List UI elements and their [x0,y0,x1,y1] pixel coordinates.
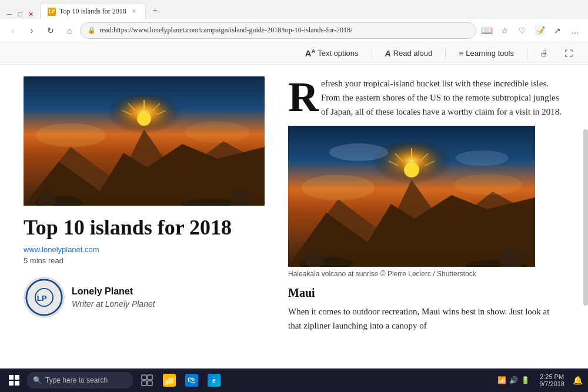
home-button[interactable]: ⌂ [61,22,78,39]
clock-time: 2:25 PM [540,373,564,380]
section-heading: Maui [288,286,564,300]
svg-point-21 [404,162,419,177]
toolbar-divider-3 [527,48,527,59]
window-controls: ─ □ ✕ [5,9,35,19]
svg-point-15 [185,122,250,143]
svg-rect-40 [148,381,152,386]
new-tab-button[interactable]: + [147,2,163,19]
maximize-button[interactable]: □ [15,9,25,19]
start-button[interactable] [2,370,26,391]
fullscreen-button[interactable]: ⛶ [559,46,579,61]
svg-rect-37 [142,375,146,380]
taskbar-notification-button[interactable]: 🔔 [569,370,586,391]
taskbar-search-icon: 🔍 [33,376,42,385]
intro-text: efresh your tropical-island bucket list … [321,76,564,119]
learning-tools-icon: ≡ [459,49,463,58]
author-section: LP Lonely Planet Writer at Lonely Planet [24,277,265,318]
tab-title: Top 10 islands for 2018 [59,7,126,16]
intro-paragraph: R efresh your tropical-island bucket lis… [288,76,564,119]
toolbar-divider-1 [372,48,372,59]
tray-volume-icon[interactable]: 🔊 [509,376,518,385]
clock-date: 9/7/2018 [539,380,564,387]
svg-point-34 [454,174,522,195]
read-aloud-icon: A [385,49,391,58]
share-button[interactable]: ↗ [549,22,566,39]
taskbar-store[interactable]: 🛍 [181,370,202,391]
win-sq-2 [15,375,19,380]
taskbar-search-text: Type here to search [45,376,108,384]
read-aloud-button[interactable]: A Read aloud [379,46,439,61]
tray-network-icon[interactable]: 📶 [497,376,506,385]
fullscreen-icon: ⛶ [564,49,573,58]
nav-actions: 📖 ☆ ♡ 📝 ↗ … [479,22,583,39]
url-text: read:https://www.lonelyplanet.com/campai… [99,26,352,35]
svg-text:LP: LP [37,294,47,303]
read-aloud-label: Read aloud [393,49,433,58]
taskbar-search-bar[interactable]: 🔍 Type here to search [27,372,133,388]
hero-image-inner [24,76,265,206]
win-sq-1 [9,375,14,380]
refresh-button[interactable]: ↻ [42,22,59,39]
taskbar-pinned-items: 📁 🛍 e [136,370,225,391]
image-caption: Haleakala volcano at sunrise © Pierre Le… [288,269,564,279]
win-sq-3 [9,381,14,386]
taskbar-task-view[interactable] [136,370,158,391]
author-logo: LP [24,277,65,318]
print-button[interactable]: 🖨 [534,46,554,60]
article-title: Top 10 islands for 2018 [24,215,265,240]
tab-close-button[interactable]: × [130,8,138,16]
browser-window: ─ □ ✕ LP Top 10 islands for 2018 × + ‹ ›… [0,0,588,368]
address-bar[interactable]: 🔒 read:https://www.lonelyplanet.com/camp… [80,22,476,39]
favorites-button[interactable]: ☆ [496,22,513,39]
page-content: Top 10 islands for 2018 www.lonelyplanet… [0,65,588,368]
text-options-label: Text options [318,49,358,58]
tab-favicon: LP [48,8,56,16]
svg-point-14 [35,123,106,147]
article-image-container: Haleakala volcano at sunrise © Pierre Le… [288,126,564,279]
text-options-icon: AA [305,48,315,58]
notes-button[interactable]: 📝 [532,22,548,39]
svg-point-33 [302,175,375,200]
author-info: Lonely Planet Writer at Lonely Planet [72,286,155,309]
taskbar-file-explorer[interactable]: 📁 [159,370,180,391]
minimize-button[interactable]: ─ [5,9,14,19]
task-view-icon [141,374,153,387]
edge-icon: e [208,374,220,387]
taskbar-edge[interactable]: e [203,370,225,391]
win-sq-4 [15,381,19,386]
left-column: Top 10 islands for 2018 www.lonelyplanet… [24,76,265,357]
nav-bar: ‹ › ↻ ⌂ 🔒 read:https://www.lonelyplanet.… [0,19,588,42]
svg-rect-39 [142,381,146,386]
article-image [288,126,535,267]
tab-bar: ─ □ ✕ LP Top 10 islands for 2018 × + [0,0,588,19]
learning-tools-label: Learning tools [466,49,514,58]
tray-battery-icon[interactable]: 🔋 [520,376,530,385]
article-read-time: 5 mins read [24,256,265,265]
more-button[interactable]: … [567,22,583,39]
forward-button[interactable]: › [24,22,40,39]
active-tab[interactable]: LP Top 10 islands for 2018 × [40,3,146,19]
text-options-button[interactable]: AA Text options [299,46,365,61]
lock-icon: 🔒 [88,26,96,34]
file-explorer-icon: 📁 [163,374,176,387]
back-button[interactable]: ‹ [5,22,21,39]
article-url[interactable]: www.lonelyplanet.com [24,245,265,254]
scroll-handle[interactable] [583,129,588,306]
svg-point-2 [137,112,151,126]
taskbar-clock[interactable]: 2:25 PM 9/7/2018 [536,373,568,387]
right-column: R efresh your tropical-island bucket lis… [288,76,564,357]
print-icon: 🖨 [540,49,548,58]
svg-point-36 [456,150,509,166]
close-button[interactable]: ✕ [26,9,35,19]
taskbar: 🔍 Type here to search 📁 🛍 e 📶 🔊 [0,368,588,392]
drop-cap-letter: R [288,81,319,113]
learning-tools-button[interactable]: ≡ Learning tools [453,46,520,61]
windows-icon [9,375,19,386]
author-name: Lonely Planet [72,286,155,297]
author-role: Writer at Lonely Planet [72,299,155,309]
reader-toolbar: AA Text options A Read aloud ≡ Learning … [0,42,588,65]
collections-button[interactable]: ♡ [514,22,530,39]
svg-point-35 [329,143,388,161]
reader-mode-button[interactable]: 📖 [479,22,495,39]
taskbar-tray: 📶 🔊 🔋 [492,376,534,385]
